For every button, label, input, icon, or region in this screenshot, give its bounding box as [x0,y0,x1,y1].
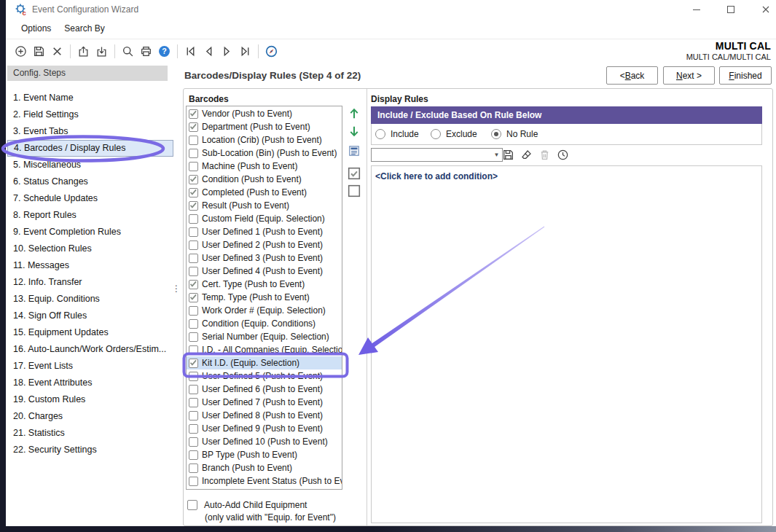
sidebar-item-step-10[interactable]: 10. Selection Rules [7,240,173,257]
add-condition-link[interactable]: <Click here to add condition> [372,166,501,187]
barcode-row-19[interactable]: I.D. - All Companies (Equip. Selection) [187,343,342,356]
sidebar-item-step-5[interactable]: 5. Miscellaneous [7,157,173,173]
checkbox-unchecked[interactable] [189,345,198,355]
checkbox-unchecked[interactable] [189,240,198,250]
barcode-row-24[interactable]: User Defined 8 (Push to Event) [187,409,342,422]
rule-history-icon[interactable] [555,147,570,162]
checkbox-unchecked[interactable] [189,450,198,460]
barcode-row-11[interactable]: User Defined 2 (Push to Event) [187,238,342,251]
checkbox-checked[interactable] [189,188,198,197]
print-icon[interactable] [137,42,155,60]
barcode-row-14[interactable]: Cert. Type (Push to Event) [187,278,342,291]
checkbox-unchecked[interactable] [189,398,198,407]
maximize-button[interactable] [720,0,742,19]
barcode-row-27[interactable]: BP Type (Push to Event) [187,448,342,461]
barcode-row-25[interactable]: User Defined 9 (Push to Event) [187,422,342,435]
sidebar-item-step-19[interactable]: 19. Custom Rules [7,391,173,408]
checkbox-unchecked[interactable] [189,149,198,158]
nav-next-icon[interactable] [218,42,236,60]
barcode-row-2[interactable]: Department (Push to Event) [187,120,342,133]
auto-add-child-equipment-row[interactable]: Auto-Add Child Equipment [187,500,307,510]
barcode-row-7[interactable]: Completed (Push to Event) [187,186,342,199]
rule-combo-box[interactable]: ▼ [371,148,503,162]
details-icon[interactable] [348,144,361,157]
checkbox-unchecked[interactable] [189,306,198,316]
sidebar-item-step-20[interactable]: 20. Charges [7,408,173,425]
barcode-row-29[interactable]: Incomplete Event Status (Push to Event) [187,474,342,488]
barcode-row-18[interactable]: Serial Number (Equip. Selection) [187,330,342,343]
rule-save-icon[interactable] [501,147,515,162]
search-icon[interactable] [119,42,137,60]
sidebar-item-step-14[interactable]: 14. Sign Off Rules [7,308,173,324]
nav-last-icon[interactable] [236,42,254,60]
delete-icon[interactable] [48,42,66,60]
checkbox-checked[interactable] [189,175,198,184]
sidebar-item-step-16[interactable]: 16. Auto-Launch/Work Orders/Estim... [7,341,173,358]
checkbox-unchecked[interactable] [189,162,198,171]
sidebar-item-step-17[interactable]: 17. Event Lists [7,358,173,375]
help-icon[interactable]: ? [155,42,173,60]
barcode-row-17[interactable]: Condition (Equip. Conditions) [187,317,342,330]
sidebar-item-step-8[interactable]: 8. Report Rules [7,207,173,224]
add-icon[interactable] [12,42,30,60]
checkbox-checked[interactable] [189,280,198,289]
barcode-row-9[interactable]: Custom Field (Equip. Selection) [187,212,342,225]
minimize-button[interactable] [686,0,708,19]
sidebar-item-step-11[interactable]: 11. Messages [7,257,173,274]
checkbox-checked[interactable] [189,201,198,211]
sidebar-item-step-22[interactable]: 22. Security Settings [7,442,173,458]
checkbox-checked[interactable] [189,122,198,132]
next-button[interactable]: Next > [663,66,715,85]
checkbox-unchecked[interactable] [189,463,198,473]
sidebar-item-step-3[interactable]: 3. Event Tabs [7,123,173,140]
barcode-row-13[interactable]: User Defined 4 (Push to Event) [187,265,342,278]
barcode-row-15[interactable]: Temp. Type (Push to Event) [187,291,342,304]
save-icon[interactable] [30,42,48,60]
sidebar-item-step-21[interactable]: 21. Statistics [7,425,173,442]
barcode-row-8[interactable]: Result (Push to Event) [187,199,342,212]
checkbox-checked[interactable] [189,293,198,302]
checkbox-unchecked[interactable] [189,319,198,329]
checkbox-unchecked[interactable] [189,424,198,434]
checkbox-unchecked[interactable] [189,372,198,381]
sidebar-item-step-2[interactable]: 2. Field Settings [7,106,173,123]
radio-selected[interactable] [491,129,501,139]
export-icon[interactable] [74,42,93,60]
radio-unselected[interactable] [375,129,385,139]
nav-prev-icon[interactable] [200,42,218,60]
radio-exclude[interactable]: Exclude [431,124,477,144]
move-down-icon[interactable] [348,125,361,138]
finished-button[interactable]: Finished [719,66,772,85]
sidebar-item-step-12[interactable]: 12. Info. Transfer [7,274,173,291]
barcode-row-28[interactable]: Branch (Push to Event) [187,461,342,474]
barcode-row-6[interactable]: Condition (Push to Event) [187,173,342,186]
barcode-row-4[interactable]: Sub-Location (Bin) (Push to Event) [187,146,342,160]
compass-icon[interactable] [262,42,281,60]
barcode-row-12[interactable]: User Defined 3 (Push to Event) [187,251,342,265]
radio-include[interactable]: Include [375,124,419,144]
checkbox-unchecked[interactable] [189,267,198,276]
checkbox-unchecked[interactable] [189,254,198,263]
radio-unselected[interactable] [431,129,441,139]
barcode-row-5[interactable]: Machine (Push to Event) [187,160,342,173]
checkbox-checked[interactable] [189,359,198,368]
barcode-row-23[interactable]: User Defined 7 (Push to Event) [187,396,342,409]
barcode-row-20[interactable]: Kit I.D. (Equip. Selection) [187,356,342,369]
checkbox-unchecked[interactable] [189,437,198,447]
barcode-row-21[interactable]: User Defined 5 (Push to Event) [187,369,342,383]
sidebar-item-step-13[interactable]: 13. Equip. Conditions [7,291,173,308]
uncheck-all-icon[interactable] [348,184,361,197]
barcode-row-3[interactable]: Location (Crib) (Push to Event) [187,133,342,146]
sidebar-item-step-6[interactable]: 6. Status Changes [7,173,173,190]
sidebar-item-step-1[interactable]: 1. Event Name [7,90,173,106]
checkbox-unchecked[interactable] [189,477,198,486]
auto-add-checkbox[interactable] [187,500,197,510]
menu-options[interactable]: Options [15,19,58,39]
sidebar-item-step-15[interactable]: 15. Equipment Updates [7,324,173,341]
radio-no-rule[interactable]: No Rule [491,124,538,144]
back-button[interactable]: < Back [606,66,658,85]
splitter-handle[interactable] [172,286,178,292]
menu-search-by[interactable]: Search By [58,19,111,39]
checkbox-checked[interactable] [189,109,198,119]
barcode-row-22[interactable]: User Defined 6 (Push to Event) [187,383,342,396]
